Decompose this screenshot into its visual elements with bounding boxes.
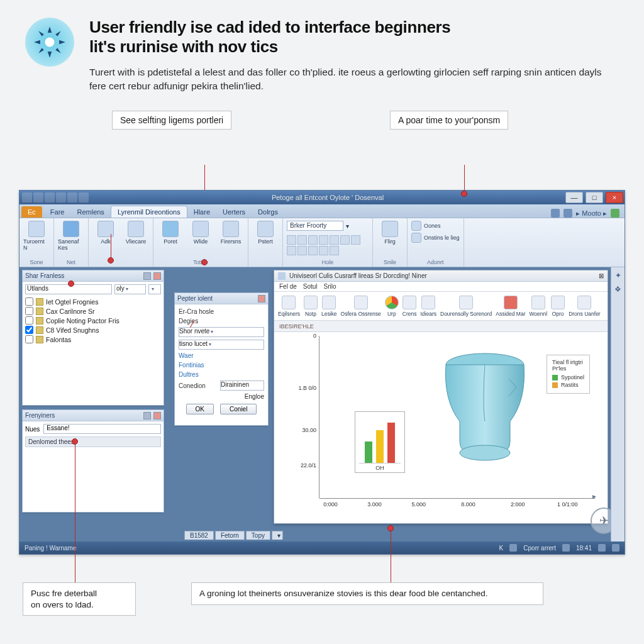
panel-title: Frenyiners <box>25 412 55 419</box>
ribbon-button[interactable]: Wlide <box>187 221 214 245</box>
status-icon[interactable] <box>598 544 606 552</box>
panel-close-icon[interactable] <box>153 412 161 419</box>
doc-tool-button[interactable]: Notp <box>304 296 318 317</box>
panel-close-icon[interactable] <box>153 272 161 280</box>
dialog-link[interactable]: Waer <box>179 352 194 359</box>
tree-filter-dd[interactable] <box>148 284 161 294</box>
menu-mode-label[interactable]: ▸ Mooto ▸ <box>576 209 607 218</box>
qat-icon[interactable] <box>79 192 89 203</box>
ribbon-tab[interactable]: Dolrgs <box>252 206 284 218</box>
doc-tool-button[interactable]: Osfera Ossrense <box>341 296 381 317</box>
3d-part[interactable] <box>419 347 551 479</box>
tab-action-icon[interactable] <box>564 209 572 218</box>
doc-tool-button[interactable]: Idiears <box>420 296 436 317</box>
ribbon-button[interactable]: Sanenaf Kes <box>58 221 84 251</box>
dialog-dropdown[interactable]: Shor nvete <box>179 327 264 337</box>
doc-menu-item[interactable]: Srilo <box>324 283 336 290</box>
model-tree-panel: Shar Franless Utlandsoly Iet Ogtel Frogn… <box>22 270 164 406</box>
tree-item[interactable]: C8 Vifed Snughns <box>25 325 161 335</box>
doc-tab[interactable]: B1582 <box>184 531 214 540</box>
doc-close-icon[interactable]: ⊠ <box>599 272 604 279</box>
qat-icon[interactable] <box>67 192 77 203</box>
doc-tool-button[interactable]: Dourensolly Sorenord <box>440 296 492 317</box>
dialog-dropdown[interactable]: Diraininen <box>220 380 264 391</box>
side-toolbar[interactable]: ✦ ❖ <box>611 267 625 541</box>
doc-tool-button[interactable]: Drons Uanfer <box>569 296 601 317</box>
brand-logo <box>25 18 74 67</box>
panel-pin-icon[interactable] <box>143 272 151 280</box>
ribbon-tab[interactable]: Uerters <box>216 206 252 218</box>
dialog-link[interactable]: Dultres <box>179 371 199 378</box>
doc-tool-button[interactable]: Urp <box>385 296 399 317</box>
doc-tool-button[interactable]: Opro <box>551 296 565 317</box>
mini-dialog[interactable]: Pepter iolent Er-Cra hosle Degies Shor n… <box>174 292 269 426</box>
tree-item[interactable]: Iet Ogtel Frognies <box>25 297 161 306</box>
ribbon-mini-button[interactable]: Oones <box>411 221 460 231</box>
app-window: Petoge all Entcont Oylote ' Dosenval — □… <box>19 190 625 555</box>
minimize-button[interactable]: — <box>565 192 583 203</box>
doc-canvas[interactable]: 01.B 0/030.0022.0/1 0:0003.0005.0008.000… <box>274 332 608 523</box>
ok-button[interactable]: OK <box>186 404 214 414</box>
ribbon-dropdown[interactable]: Brker Froorty▾ <box>287 221 369 231</box>
qat-icon[interactable] <box>22 192 32 203</box>
tree-item[interactable]: Coplie Noting Pactor Fris <box>25 316 161 325</box>
ribbon-button[interactable]: Adk <box>92 221 119 245</box>
close-button[interactable]: × <box>606 192 623 203</box>
panel-pin-icon[interactable] <box>143 412 151 419</box>
status-mid: Cporr arrert <box>523 545 556 552</box>
help-icon[interactable] <box>611 209 619 218</box>
cancel-button[interactable]: Coniel <box>220 404 257 414</box>
doc-tabs[interactable]: B1582 Fetorn Topy ▾ <box>184 529 283 541</box>
status-icon[interactable] <box>612 544 619 552</box>
status-icon[interactable] <box>509 544 517 552</box>
file-tab[interactable]: Ec <box>21 206 42 218</box>
svg-point-0 <box>45 37 54 47</box>
doc-tool-button[interactable]: Lesike <box>321 296 337 317</box>
doc-tool-button[interactable]: Eqilsners <box>278 296 300 317</box>
doc-tool-button[interactable]: Woennl <box>529 296 547 317</box>
doc-tab-more[interactable]: ▾ <box>272 531 283 540</box>
quick-access-toolbar[interactable] <box>19 192 91 203</box>
tree-filter-dd[interactable]: oly <box>114 284 146 294</box>
dialog-more[interactable]: Engloe <box>245 393 264 400</box>
doc-menu-item[interactable]: Fel de <box>279 283 297 290</box>
tree-item[interactable]: Falontas <box>25 335 161 344</box>
ribbon-tab[interactable]: Fare <box>44 206 71 218</box>
status-left: Paning ! Warname <box>25 545 76 552</box>
name-input[interactable]: Essane! <box>43 424 161 434</box>
ribbon-tab[interactable]: Remlens <box>70 206 110 218</box>
maximize-button[interactable]: □ <box>586 192 603 203</box>
sparkle-icon[interactable]: ✦ <box>614 271 623 280</box>
doc-tool-button[interactable]: Crens <box>402 296 417 317</box>
doc-menu[interactable]: Fel de Sotul Srilo <box>274 282 608 292</box>
ribbon-button[interactable]: Firersns <box>218 221 244 245</box>
status-icon[interactable] <box>562 544 570 552</box>
y-axis: 01.B 0/030.0022.0/1 <box>293 336 319 498</box>
doc-toolbar: EqilsnersNotpLesikeOsfera OssrenseUrpCre… <box>274 292 608 321</box>
ribbon-button[interactable]: Pstert <box>252 221 279 245</box>
ribbon-button[interactable]: Turoernt N <box>23 221 50 251</box>
qat-icon[interactable] <box>56 192 66 203</box>
dialog-close-icon[interactable] <box>258 295 265 303</box>
ribbon-small-icons[interactable] <box>287 235 369 255</box>
doc-menu-item[interactable]: Sotul <box>303 283 318 290</box>
ribbon-tab[interactable]: Hlare <box>187 206 216 218</box>
callout-top-left: See selfting ligems portleri <box>112 111 231 130</box>
side-tool-icon[interactable]: ❖ <box>614 285 623 294</box>
doc-tool-button[interactable]: Assided Mar <box>496 296 525 317</box>
qat-icon[interactable] <box>45 192 55 203</box>
doc-tab[interactable]: Fetorn <box>215 531 245 540</box>
dialog-link[interactable]: Fontinias <box>179 362 204 369</box>
dialog-dropdown[interactable]: tisno lucet <box>179 340 264 350</box>
ribbon-tab[interactable]: Lyrenmil Direontions <box>111 206 187 218</box>
ribbon-button[interactable]: Vliecare <box>123 221 149 245</box>
qat-icon[interactable] <box>33 192 43 203</box>
svg-point-2 <box>460 445 510 460</box>
ribbon-button[interactable]: Poret <box>157 221 184 245</box>
ribbon-mini-button[interactable]: Onstins le lieg <box>411 233 460 243</box>
doc-subtab[interactable]: IBESIRE'HLE <box>274 321 608 332</box>
tree-item[interactable]: Cax Carilnore Sr <box>25 306 161 316</box>
ribbon-button[interactable]: Flirg <box>377 221 403 245</box>
tab-action-icon[interactable] <box>551 209 560 218</box>
doc-tab[interactable]: Topy <box>246 531 270 540</box>
